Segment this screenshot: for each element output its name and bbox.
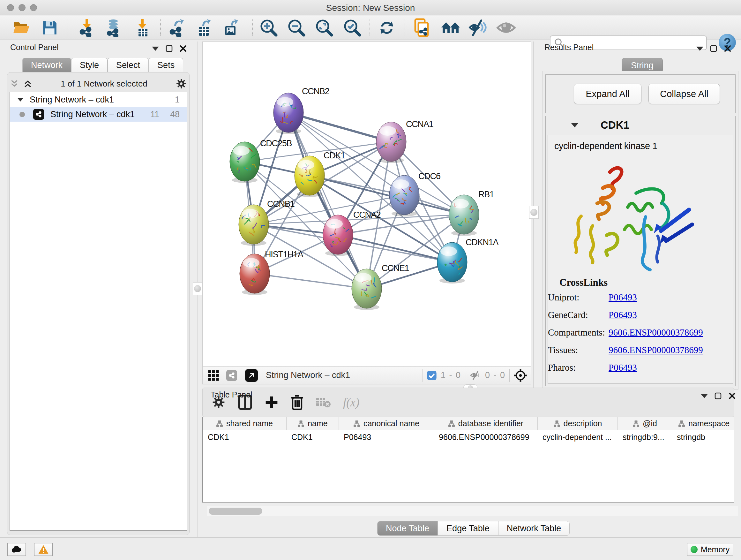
open-session-button[interactable]	[10, 18, 33, 37]
gene-section-header[interactable]: CDK1	[546, 116, 735, 134]
export-image-button[interactable]	[219, 18, 243, 37]
cell-name[interactable]: CDK1	[286, 433, 339, 442]
tab-network[interactable]: Network	[22, 58, 71, 72]
column-header-database-identifier[interactable]: database identifier	[434, 417, 537, 430]
tab-edge-table[interactable]: Edge Table	[438, 521, 498, 536]
export-table-button[interactable]	[192, 18, 215, 37]
refresh-view-button[interactable]	[375, 18, 398, 37]
cell-namespace[interactable]: stringdb	[672, 433, 734, 442]
collapse-all-icon[interactable]	[10, 79, 19, 88]
cloud-button[interactable]	[7, 543, 26, 556]
column-header-description[interactable]: description	[537, 417, 617, 430]
edge-count: 48	[170, 110, 180, 119]
add-column-icon[interactable]	[265, 395, 279, 409]
column-header--id[interactable]: @id	[617, 417, 672, 430]
network-row-selected[interactable]: String Network – cdk1 11 48	[10, 107, 187, 122]
import-database-button[interactable]	[102, 18, 125, 37]
close-panel-icon[interactable]	[724, 45, 731, 52]
expand-all-button[interactable]: Expand All	[574, 84, 642, 104]
string-network-graph[interactable]: CCNB2CCNA1CDC25BCDK1CDC6RB1CCNB1CCNA2CDK…	[203, 42, 531, 366]
column-type-icon	[297, 420, 305, 427]
column-header-namespace[interactable]: namespace	[672, 417, 734, 430]
float-panel-icon[interactable]	[165, 45, 173, 52]
cell-description[interactable]: cyclin-dependent ...	[537, 433, 617, 442]
delete-column-icon[interactable]	[291, 395, 304, 410]
eye-slash-button[interactable]	[467, 18, 489, 37]
column-header-name[interactable]: name	[286, 417, 339, 430]
memory-label: Memory	[701, 545, 730, 554]
export-network-button[interactable]	[165, 18, 188, 37]
table-row[interactable]: CDK1CDK1P064939606.ENSP00000378699cyclin…	[203, 430, 734, 444]
gear-icon[interactable]	[176, 78, 187, 89]
zoom-out-button[interactable]	[285, 18, 308, 37]
import-table-button[interactable]	[131, 18, 154, 37]
toolbar-separator	[252, 19, 253, 36]
import-network-button[interactable]	[75, 18, 98, 37]
cell-database-identifier[interactable]: 9606.ENSP00000378699	[434, 433, 537, 442]
tab-network-table[interactable]: Network Table	[498, 521, 570, 536]
panel-menu-icon[interactable]	[701, 394, 708, 398]
scrollbar-thumb[interactable]	[209, 508, 262, 515]
crosslink-link[interactable]: 9606.ENSP00000378699	[609, 345, 703, 362]
network-node-CCNA2[interactable]	[323, 215, 353, 256]
crosslink-link[interactable]: P06493	[609, 362, 637, 380]
column-label: name	[308, 419, 328, 428]
zoom-fit-button[interactable]	[313, 18, 336, 37]
cell-canonical-name[interactable]: P06493	[339, 433, 434, 442]
column-header-canonical-name[interactable]: canonical name	[339, 417, 434, 430]
panel-menu-icon[interactable]	[152, 47, 159, 51]
column-header-shared-name[interactable]: shared name	[203, 417, 286, 430]
tab-select[interactable]: Select	[108, 58, 149, 72]
network-node-CDKN1A[interactable]	[437, 242, 467, 284]
birdseye-view-icon[interactable]	[514, 368, 528, 382]
collapse-all-button[interactable]: Collapse All	[649, 84, 720, 104]
duplicate-network-button[interactable]	[410, 18, 433, 37]
splitter-handle[interactable]	[193, 282, 202, 295]
tab-node-table[interactable]: Node Table	[377, 521, 438, 536]
network-node-CCNB2[interactable]	[273, 93, 304, 134]
network-canvas[interactable]: CCNB2CCNA1CDC25BCDK1CDC6RB1CCNB1CCNA2CDK…	[202, 42, 531, 367]
zoom-selected-button[interactable]	[341, 18, 364, 37]
tab-sets[interactable]: Sets	[149, 58, 183, 72]
tab-style[interactable]: Style	[71, 58, 108, 72]
selected-checkbox-icon[interactable]	[427, 370, 437, 381]
node-table[interactable]: shared namenamecanonical namedatabase id…	[202, 417, 734, 503]
network-collection-row[interactable]: String Network – cdk1 1	[10, 92, 187, 107]
crosslinks-list: Uniprot:P06493GeneCard:P06493Compartment…	[548, 292, 734, 380]
panel-menu-icon[interactable]	[696, 47, 703, 51]
crosslink-link[interactable]: P06493	[609, 292, 637, 310]
network-node-CCNB1[interactable]	[239, 205, 269, 246]
network-type-icon[interactable]	[226, 370, 237, 381]
zoom-in-button[interactable]	[257, 18, 280, 37]
gene-description: cyclin-dependent kinase 1	[554, 141, 657, 151]
float-panel-icon[interactable]	[714, 392, 722, 400]
homes-button[interactable]	[439, 18, 462, 37]
string-network-icon	[33, 109, 44, 120]
network-node-CDC25B[interactable]	[230, 142, 260, 183]
expand-all-icon[interactable]	[23, 79, 32, 88]
network-node-HIST1H1A[interactable]	[240, 254, 270, 295]
crosslink-link[interactable]: 9606.ENSP00000378699	[609, 327, 703, 345]
save-session-button[interactable]	[38, 18, 61, 37]
column-label: description	[563, 419, 602, 428]
network-node-RB1[interactable]	[449, 195, 479, 236]
close-panel-icon[interactable]	[179, 45, 187, 52]
crosslink-link[interactable]: P06493	[609, 310, 637, 327]
table-horizontal-scrollbar[interactable]	[207, 506, 738, 516]
eye-button[interactable]	[495, 18, 518, 37]
cell-shared-name[interactable]: CDK1	[203, 433, 286, 442]
column-label: shared name	[226, 419, 273, 428]
network-node-CCNA1[interactable]	[376, 122, 406, 163]
open-in-window-icon[interactable]	[245, 369, 258, 382]
memory-button[interactable]: Memory	[687, 543, 733, 556]
network-node-CCNE1[interactable]	[352, 269, 382, 310]
gene-collapse-icon[interactable]	[571, 123, 578, 127]
collection-expand-icon[interactable]	[17, 98, 23, 101]
cell--id[interactable]: stringdb:9...	[617, 433, 672, 442]
network-label: String Network – cdk1	[51, 110, 150, 119]
float-panel-icon[interactable]	[710, 45, 718, 52]
warnings-button[interactable]	[34, 543, 53, 556]
grid-view-icon[interactable]	[207, 369, 220, 382]
close-panel-icon[interactable]	[728, 392, 736, 400]
collection-label: String Network – cdk1	[30, 95, 175, 105]
